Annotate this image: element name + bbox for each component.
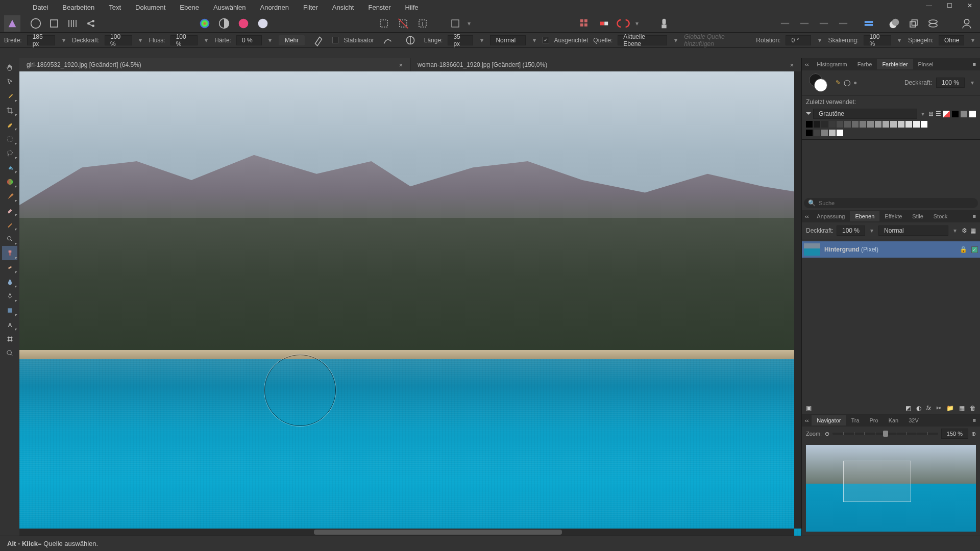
width-dropdown[interactable]: ▾ <box>60 37 67 44</box>
aligned-checkbox[interactable] <box>543 37 549 43</box>
tab-32v[interactable]: 32V <box>903 415 924 425</box>
minimize-button[interactable]: — <box>919 0 939 11</box>
canvas-area[interactable] <box>19 71 801 536</box>
none-swatch-icon[interactable]: ◯ <box>844 79 850 86</box>
erase-tool[interactable] <box>2 203 17 217</box>
hardness-field[interactable]: 0 % <box>236 35 262 45</box>
hue-icon[interactable] <box>236 16 251 31</box>
source-select[interactable]: Aktuelle Ebene <box>618 35 667 45</box>
opacity-dropdown[interactable]: ▾ <box>137 37 144 44</box>
swatch[interactable] <box>860 121 866 128</box>
close-button[interactable]: ✕ <box>960 0 980 11</box>
crop-layer-icon[interactable]: ✂ <box>936 405 941 412</box>
source-dropdown[interactable]: ▾ <box>672 37 679 44</box>
layer-group-icon[interactable]: ▣ <box>806 405 812 412</box>
layer-lock-icon[interactable]: 🔒 <box>960 246 967 253</box>
search-input[interactable] <box>819 200 974 206</box>
tab-farbe[interactable]: Farbe <box>852 59 877 69</box>
snap-icon[interactable] <box>597 16 611 31</box>
search-box[interactable]: 🔍 <box>804 198 978 208</box>
swatch[interactable] <box>905 121 912 128</box>
menu-anordnen[interactable]: Anordnen <box>253 1 296 14</box>
swatch[interactable] <box>921 121 927 128</box>
paint-brush-tool[interactable] <box>2 189 17 203</box>
swatch[interactable] <box>821 130 828 136</box>
rotation-field[interactable]: 0 ° <box>786 35 811 45</box>
selection-brush-tool[interactable] <box>2 117 17 132</box>
layers-toggle-icon[interactable]: ‹‹ <box>802 213 812 219</box>
folder-icon[interactable]: 📁 <box>946 405 954 412</box>
quickmask-dropdown[interactable]: ▾ <box>465 20 473 27</box>
layer-more-icon[interactable]: ▦ <box>970 227 976 234</box>
length-field[interactable]: 35 px <box>448 35 473 45</box>
tab-pro[interactable]: Pro <box>865 415 884 425</box>
mid-swatch-icon[interactable]: ● <box>853 79 857 86</box>
soft-proof-icon[interactable] <box>256 16 270 31</box>
navigator-preview[interactable] <box>806 445 976 532</box>
document-tab-1[interactable]: girl-1869532_1920.jpg [Geändert] (64.5%)… <box>19 58 410 71</box>
marquee-tool[interactable] <box>2 132 17 146</box>
tab-histogram[interactable]: Histogramm <box>812 59 852 69</box>
tab-kan[interactable]: Kan <box>884 415 904 425</box>
tab-effekte[interactable]: Effekte <box>879 211 907 221</box>
none-color-swatch[interactable] <box>943 111 950 117</box>
scale-dropdown[interactable]: ▾ <box>896 37 903 44</box>
menu-ebene[interactable]: Ebene <box>173 1 206 14</box>
swatch[interactable] <box>829 130 836 136</box>
palette-select[interactable]: Grautöne <box>813 109 917 119</box>
menu-fenster[interactable]: Fenster <box>361 1 398 14</box>
tab-pinsel[interactable]: Pinsel <box>913 59 939 69</box>
white-swatch[interactable] <box>969 111 976 117</box>
maximize-button[interactable]: ☐ <box>939 0 960 11</box>
layer-visible-checkbox[interactable] <box>971 246 978 253</box>
flow-field[interactable]: 100 % <box>170 35 198 45</box>
snapping-icon[interactable] <box>616 16 630 31</box>
adjustment-icon[interactable]: ◐ <box>916 405 921 412</box>
horizontal-scrollbar[interactable] <box>19 529 794 536</box>
pencil-tool[interactable] <box>2 217 17 232</box>
panel-menu-icon[interactable]: ≡ <box>969 61 980 67</box>
swatch-opacity-dropdown[interactable]: ▾ <box>969 79 976 86</box>
swatch[interactable] <box>829 121 836 128</box>
persona-photo-icon[interactable] <box>29 16 43 31</box>
account-icon[interactable] <box>960 16 974 31</box>
zoom-slider[interactable] <box>832 433 938 435</box>
swatch[interactable] <box>867 121 874 128</box>
swatch[interactable] <box>844 121 851 128</box>
swatch[interactable] <box>806 121 813 128</box>
global-source-placeholder[interactable]: Globale Quelle hinzufügen <box>684 33 751 47</box>
stack-icon[interactable] <box>926 16 940 31</box>
contrast-icon[interactable] <box>217 16 231 31</box>
layer-opacity-field[interactable]: 100 % <box>837 226 865 236</box>
assistant-icon[interactable] <box>657 16 671 31</box>
tab-tra[interactable]: Tra <box>846 415 864 425</box>
selection-intersect-icon[interactable]: I <box>415 16 430 31</box>
navigator-viewport[interactable] <box>843 461 911 503</box>
pressure-icon[interactable] <box>312 33 325 47</box>
tab-navigator[interactable]: Navigator <box>812 415 846 425</box>
text-tool[interactable]: A <box>2 317 17 332</box>
zoom-out-icon[interactable]: ⊖ <box>825 431 829 437</box>
tab-anpassung[interactable]: Anpassung <box>812 211 850 221</box>
selection-new-icon[interactable] <box>377 16 391 31</box>
pen-tool[interactable] <box>2 289 17 303</box>
panel-toggle-icon[interactable]: ‹‹ <box>802 61 812 67</box>
swatch[interactable] <box>837 121 843 128</box>
rotation-dropdown[interactable]: ▾ <box>816 37 823 44</box>
color-preview[interactable] <box>806 73 826 92</box>
vertical-scrollbar[interactable] <box>794 71 801 529</box>
rope-mode-icon[interactable] <box>381 33 395 47</box>
document-tab-1-close[interactable]: × <box>399 61 403 69</box>
persona-develop-icon[interactable] <box>65 16 80 31</box>
tab-stile[interactable]: Stile <box>907 211 928 221</box>
eyedropper-icon[interactable]: ✎ <box>836 79 841 86</box>
fx-icon[interactable]: fx <box>926 405 931 412</box>
tab-stock[interactable]: Stock <box>928 211 953 221</box>
healing-tool[interactable] <box>2 260 17 274</box>
quickmask-icon[interactable] <box>448 16 462 31</box>
menu-filter[interactable]: Filter <box>296 1 325 14</box>
grid-icon[interactable] <box>577 16 592 31</box>
swatch[interactable] <box>814 130 820 136</box>
blur-tool[interactable] <box>2 274 17 289</box>
swatch[interactable] <box>898 121 904 128</box>
